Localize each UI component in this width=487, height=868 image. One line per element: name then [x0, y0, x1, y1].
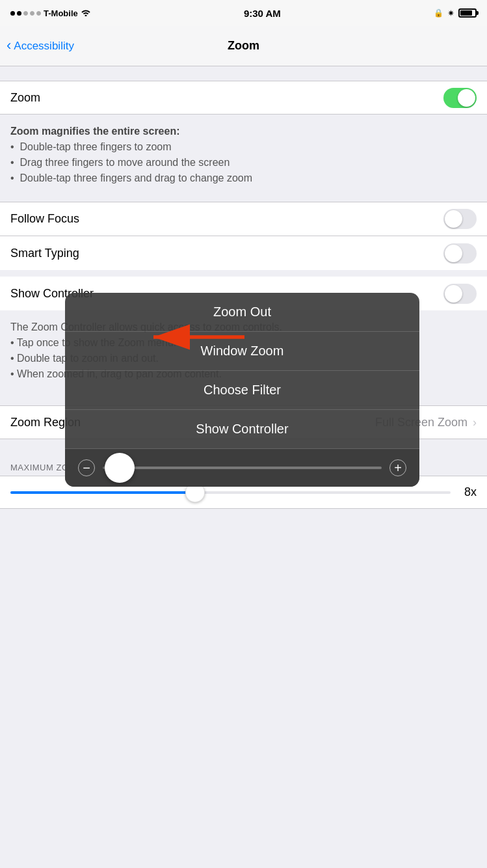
- section-gap-1: [0, 66, 487, 81]
- context-menu-slider-track[interactable]: [103, 467, 382, 469]
- context-menu-choose-filter[interactable]: Choose Filter: [65, 371, 419, 410]
- context-menu-slider-thumb[interactable]: [105, 453, 135, 483]
- smart-typing-toggle[interactable]: [443, 243, 477, 264]
- zoom-description: Zoom magnifies the entire screen: • Doub…: [0, 115, 487, 195]
- smart-typing-label: Smart Typing: [10, 247, 443, 260]
- follow-focus-row: Follow Focus: [0, 202, 487, 236]
- status-left: T-Mobile: [10, 8, 91, 18]
- context-menu-show-controller[interactable]: Show Controller: [65, 410, 419, 449]
- slider-min-icon: −: [78, 459, 95, 476]
- bluetooth-icon: ✴: [447, 8, 454, 18]
- page-title: Zoom: [228, 39, 259, 53]
- wifi-icon: [81, 8, 91, 18]
- description-bullet-2: • Drag three fingers to move around the …: [10, 157, 230, 168]
- description-bullet-3: • Double-tap three fingers and drag to c…: [10, 172, 252, 183]
- status-right: 🔒 ✴: [434, 8, 477, 18]
- status-bar: T-Mobile 9:30 AM 🔒 ✴: [0, 0, 487, 26]
- description-bullet-1: • Double-tap three fingers to zoom: [10, 141, 172, 152]
- section-gap-2: [0, 195, 487, 202]
- follow-focus-section: Follow Focus Smart Typing: [0, 202, 487, 270]
- context-menu-slider-row: − +: [65, 449, 419, 487]
- back-label: Accessibility: [14, 40, 74, 53]
- back-chevron-icon: ‹: [7, 38, 11, 53]
- zoom-toggle-row: Zoom: [0, 81, 487, 115]
- zoom-toggle[interactable]: [443, 88, 477, 108]
- show-controller-toggle[interactable]: [443, 284, 477, 304]
- status-time: 9:30 AM: [244, 8, 281, 19]
- description-bold: Zoom magnifies the entire screen:: [10, 126, 180, 137]
- smart-typing-toggle-thumb: [445, 245, 462, 262]
- smart-typing-row: Smart Typing: [0, 236, 487, 270]
- follow-focus-toggle[interactable]: [443, 209, 477, 229]
- signal-icon: [10, 11, 41, 16]
- follow-focus-label: Follow Focus: [10, 212, 443, 226]
- zoom-slider-fill: [10, 491, 195, 494]
- nav-bar: ‹ Accessibility Zoom: [0, 26, 487, 66]
- zoom-label: Zoom: [10, 91, 443, 105]
- arrow-indicator: [143, 318, 247, 359]
- follow-focus-toggle-thumb: [445, 210, 462, 228]
- back-button[interactable]: ‹ Accessibility: [7, 40, 74, 53]
- toggle-thumb: [458, 89, 475, 107]
- lock-icon: 🔒: [434, 8, 443, 18]
- slider-max-icon: +: [389, 459, 406, 476]
- carrier-label: T-Mobile: [44, 8, 78, 18]
- zoom-region-chevron-icon: ›: [473, 416, 477, 429]
- battery-icon: [458, 8, 477, 18]
- zoom-level-value: 8x: [458, 485, 477, 499]
- zoom-slider-track[interactable]: [10, 491, 451, 494]
- show-controller-toggle-thumb: [445, 285, 462, 303]
- section-gap-3: [0, 270, 487, 277]
